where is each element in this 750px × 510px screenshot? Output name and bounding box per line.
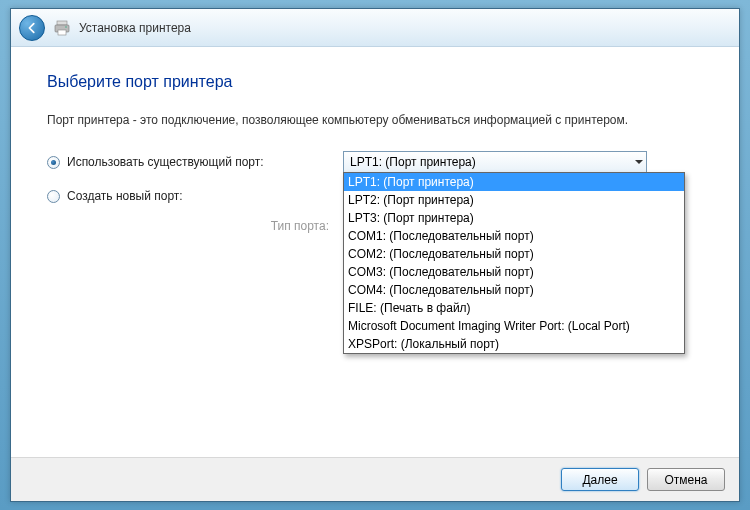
radio-icon [47, 190, 60, 203]
port-option[interactable]: COM2: (Последовательный порт) [344, 245, 684, 263]
printer-icon [53, 19, 71, 37]
port-combo-wrap: LPT1: (Порт принтера) LPT1: (Порт принте… [343, 151, 647, 173]
radio-use-existing[interactable]: Использовать существующий порт: [47, 155, 343, 169]
wizard-header: Установка принтера [11, 9, 739, 47]
port-option[interactable]: LPT1: (Порт принтера) [344, 173, 684, 191]
port-option[interactable]: COM1: (Последовательный порт) [344, 227, 684, 245]
radio-use-existing-label: Использовать существующий порт: [67, 155, 264, 169]
cancel-button[interactable]: Отмена [647, 468, 725, 491]
next-button[interactable]: Далее [561, 468, 639, 491]
wizard-content: Выберите порт принтера Порт принтера - э… [11, 47, 739, 457]
svg-point-3 [65, 26, 67, 28]
svg-rect-0 [57, 21, 67, 25]
wizard-footer: Далее Отмена [11, 457, 739, 501]
port-dropdown: LPT1: (Порт принтера) LPT2: (Порт принте… [343, 172, 685, 354]
radio-create-new-label: Создать новый порт: [67, 189, 183, 203]
header-title: Установка принтера [79, 21, 191, 35]
page-title: Выберите порт принтера [47, 73, 703, 91]
port-option[interactable]: LPT2: (Порт принтера) [344, 191, 684, 209]
port-combo[interactable]: LPT1: (Порт принтера) [343, 151, 647, 173]
port-option[interactable]: FILE: (Печать в файл) [344, 299, 684, 317]
back-button[interactable] [19, 15, 45, 41]
radio-icon [47, 156, 60, 169]
port-combo-value: LPT1: (Порт принтера) [350, 155, 476, 169]
radio-create-new[interactable]: Создать новый порт: [47, 189, 343, 203]
wizard-window: Установка принтера Выберите порт принтер… [10, 8, 740, 502]
port-option[interactable]: COM4: (Последовательный порт) [344, 281, 684, 299]
port-option[interactable]: LPT3: (Порт принтера) [344, 209, 684, 227]
arrow-left-icon [25, 21, 39, 35]
port-option[interactable]: COM3: (Последовательный порт) [344, 263, 684, 281]
port-option[interactable]: XPSPort: (Локальный порт) [344, 335, 684, 353]
page-description: Порт принтера - это подключение, позволя… [47, 111, 703, 129]
port-type-label: Тип порта: [47, 219, 343, 233]
svg-rect-2 [58, 30, 66, 35]
port-option[interactable]: Microsoft Document Imaging Writer Port: … [344, 317, 684, 335]
chevron-down-icon [635, 160, 643, 164]
row-use-existing: Использовать существующий порт: LPT1: (П… [47, 151, 703, 173]
